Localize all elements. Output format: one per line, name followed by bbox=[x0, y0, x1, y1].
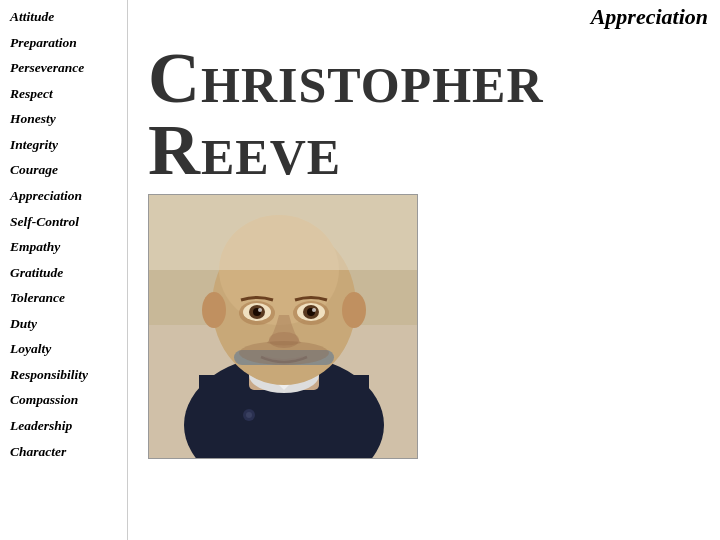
svg-rect-24 bbox=[149, 195, 418, 270]
sidebar-item-preparation[interactable]: Preparation bbox=[0, 30, 127, 56]
sidebar-item-honesty[interactable]: Honesty bbox=[0, 106, 127, 132]
svg-point-19 bbox=[258, 308, 262, 312]
main-content: Appreciation Christopher Reeve bbox=[128, 0, 720, 540]
sidebar-item-appreciation[interactable]: Appreciation bbox=[0, 183, 127, 209]
top-bar: Appreciation bbox=[128, 0, 720, 32]
appreciation-label: Appreciation bbox=[591, 4, 708, 30]
sidebar-item-compassion[interactable]: Compassion bbox=[0, 387, 127, 413]
sidebar-item-integrity[interactable]: Integrity bbox=[0, 132, 127, 158]
sidebar-item-leadership[interactable]: Leadership bbox=[0, 413, 127, 439]
page-wrapper: AttitudePreparationPerseveranceRespectHo… bbox=[0, 0, 720, 540]
sidebar-item-courage[interactable]: Courage bbox=[0, 157, 127, 183]
photo-area bbox=[128, 194, 720, 540]
svg-point-9 bbox=[202, 292, 226, 328]
sidebar-item-empathy[interactable]: Empathy bbox=[0, 234, 127, 260]
sidebar-item-self-control[interactable]: Self-Control bbox=[0, 209, 127, 235]
sidebar-item-tolerance[interactable]: Tolerance bbox=[0, 285, 127, 311]
portrait-image bbox=[148, 194, 418, 459]
content-row: AttitudePreparationPerseveranceRespectHo… bbox=[0, 0, 720, 540]
svg-point-10 bbox=[342, 292, 366, 328]
name-last: Reeve bbox=[148, 114, 700, 186]
sidebar-item-gratitude[interactable]: Gratitude bbox=[0, 260, 127, 286]
svg-point-26 bbox=[246, 412, 252, 418]
name-section: Christopher Reeve bbox=[128, 32, 720, 194]
name-first: Christopher bbox=[148, 42, 700, 114]
sidebar-item-perseverance[interactable]: Perseverance bbox=[0, 55, 127, 81]
sidebar-item-attitude[interactable]: Attitude bbox=[0, 4, 127, 30]
sidebar-item-responsibility[interactable]: Responsibility bbox=[0, 362, 127, 388]
svg-point-20 bbox=[312, 308, 316, 312]
sidebar-item-character[interactable]: Character bbox=[0, 439, 127, 465]
svg-point-23 bbox=[239, 341, 329, 365]
sidebar-item-loyalty[interactable]: Loyalty bbox=[0, 336, 127, 362]
sidebar-item-duty[interactable]: Duty bbox=[0, 311, 127, 337]
sidebar-item-respect[interactable]: Respect bbox=[0, 81, 127, 107]
sidebar: AttitudePreparationPerseveranceRespectHo… bbox=[0, 0, 128, 540]
